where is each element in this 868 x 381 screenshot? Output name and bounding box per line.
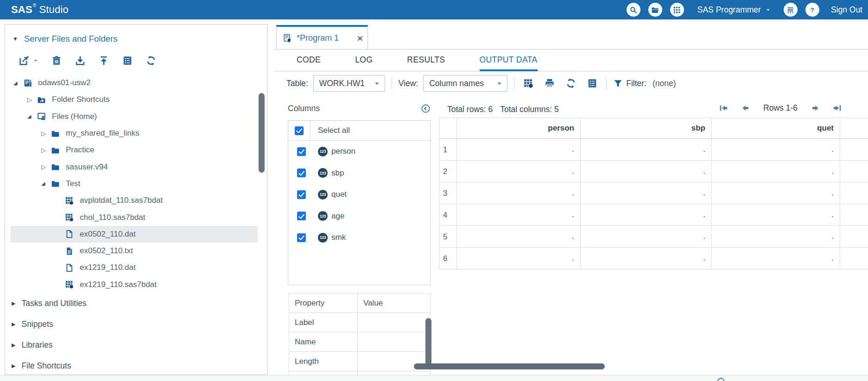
table-summary: Total rows: 6 Total columns: 5 [447,105,559,114]
expand-toggle-icon[interactable]: ◢ [13,80,23,86]
expand-toggle-icon[interactable]: ▷ [41,147,51,154]
delete-icon[interactable] [51,55,62,66]
column-row-smk[interactable]: 123smk [288,227,430,249]
tab-log[interactable]: LOG [355,50,373,71]
tree-item-ex1219-110-sas7bdat[interactable]: ex1219_110.sas7bdat [11,276,258,293]
checkbox-checked-icon[interactable] [297,147,306,156]
tree-item-files-home[interactable]: ◢Files (Home) [11,108,258,125]
column-header-person[interactable]: person [457,118,581,139]
horizontal-scrollbar[interactable] [414,363,605,369]
column-properties-icon[interactable] [587,78,598,89]
view-select[interactable]: Column names [423,75,507,92]
new-item-menu-caret-icon[interactable] [33,58,38,63]
tree-item-sasuser-v94[interactable]: ▷sasuser.v94 [11,158,258,175]
column-name-label: age [331,212,344,221]
user-menu[interactable]: SAS Programmer [697,5,771,15]
new-item-icon[interactable] [18,55,29,66]
last-page-icon[interactable] [832,103,842,113]
column-row-age[interactable]: 123age [288,206,430,227]
property-value-cell [358,371,431,375]
next-page-icon[interactable] [811,103,820,113]
print-icon[interactable] [544,78,555,89]
tree-item-ex0502-110-txt[interactable]: ex0502_110.txt [11,243,258,259]
prev-page-icon[interactable] [741,103,750,113]
data-cell: . [581,204,712,226]
svg-text:?: ? [811,6,814,13]
tab-code[interactable]: CODE [297,50,321,71]
header-actions: SAS Programmer ? Sign Out [627,3,862,17]
collapse-panel-icon[interactable] [421,104,431,113]
table-actions-icon[interactable] [523,78,534,89]
column-header-sbp[interactable]: sbp [581,118,712,139]
section-tasks-and-utilities[interactable]: ▶Tasks and Utilities [5,293,267,314]
section-snippets[interactable]: ▶Snippets [5,314,267,335]
sidebar-scrollbar[interactable] [259,93,265,173]
select-all-row[interactable]: Select all [288,121,430,141]
tree-item-odaws01-usw2[interactable]: ◢odaws01-usw2 [11,75,258,91]
data-grid-panel: Total rows: 6 Total columns: 5 Rows 1-6 … [439,102,868,375]
column-row-quet[interactable]: 123quet [288,184,430,206]
download-icon[interactable] [75,55,86,66]
expand-toggle-icon[interactable]: ◢ [27,113,37,119]
tree-item-practice[interactable]: ▷Practice [11,142,258,158]
tree-item-folder-shortcuts[interactable]: ▷Folder Shortcuts [11,91,258,108]
tree-item-label: ex1219_110.dat [80,263,136,272]
tree-item-avplotdat-110-sas7bdat[interactable]: avplotdat_110.sas7bdat [11,192,258,209]
data-cell: . [457,182,581,204]
checkbox-checked-icon[interactable] [297,169,306,177]
column-row-sbp[interactable]: 123sbp [288,162,430,184]
first-page-icon[interactable] [719,103,729,113]
section-server-files-and-folders[interactable]: ▼ Server Files and Folders [5,25,267,44]
tree-item-my-shared-file-links[interactable]: ▷my_shared_file_links [11,125,258,142]
column-header-quet[interactable]: quet [712,118,840,139]
numeric-type-icon: 123 [318,233,328,243]
upload-icon[interactable] [98,55,109,66]
tree-item-test[interactable]: ◢Test [11,175,258,192]
tree-item-label: chol_110.sas7bdat [80,213,145,222]
sign-out-link[interactable]: Sign Out [831,5,862,15]
tree-item-ex0502-110-dat[interactable]: ex0502_110.dat [11,226,258,243]
tree-item-chol-110-sas7bdat[interactable]: chol_110.sas7bdat [11,209,258,225]
properties-scrollbar[interactable] [425,318,431,366]
refresh-icon[interactable] [146,55,157,66]
column-properties-panel: PropertyValueLabelNameLength [289,293,435,375]
section-libraries[interactable]: ▶Libraries [5,335,267,356]
chevron-down-icon [496,80,503,87]
expand-toggle-icon[interactable]: ▷ [41,163,51,170]
filter-funnel-icon[interactable] [613,79,623,88]
data-cell: . [457,226,581,248]
chevron-down-icon [765,7,771,13]
expand-toggle-icon[interactable]: ▷ [27,96,37,103]
clipped-status-icon [717,378,724,381]
help-icon[interactable]: ? [805,3,819,17]
tree-item-ex1219-110-dat[interactable]: ex1219_110.dat [11,259,258,276]
section-file-shortcuts[interactable]: ▶File Shortcuts [5,356,267,375]
expand-toggle-icon[interactable]: ▷ [41,130,51,137]
data-cell: . [712,204,840,226]
search-icon[interactable] [627,3,640,17]
checkbox-checked-icon[interactable] [295,126,304,135]
expand-toggle-icon[interactable]: ◢ [41,181,51,187]
tab-program-1[interactable]: *Program 1 × [276,25,368,50]
apps-grid-icon[interactable] [670,3,684,17]
checkbox-checked-icon[interactable] [297,212,306,220]
table-select[interactable]: WORK.HW1 [313,75,385,92]
item-details-icon[interactable] [122,55,133,66]
column-name-label: person [331,147,355,156]
checkbox-checked-icon[interactable] [297,190,306,199]
clipped-data-cell [840,226,868,248]
row-number-cell: 2 [439,161,457,182]
refresh-icon[interactable] [565,78,577,89]
data-cell: . [581,139,712,161]
checkbox-checked-icon[interactable] [297,233,306,242]
tab-results[interactable]: RESULTS [407,50,445,71]
close-tab-icon[interactable]: × [357,33,363,43]
table-row: 1... [439,139,868,161]
columns-panel-title: Columns [288,104,320,113]
column-row-person[interactable]: 123person [288,141,430,162]
clipped-data-cell [840,161,868,182]
menu-lines-icon[interactable] [784,3,798,17]
tab-output-data[interactable]: OUTPUT DATA [480,50,538,71]
open-folder-icon[interactable] [648,3,662,17]
section-collapsed-icon: ▶ [12,342,15,348]
